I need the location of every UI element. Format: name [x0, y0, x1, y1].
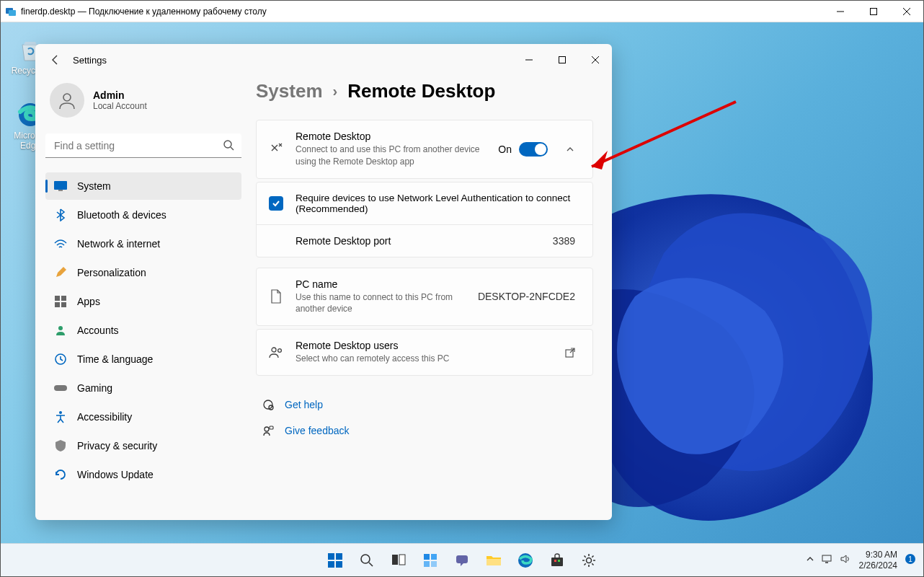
sidebar-item-label: Privacy & security	[77, 440, 157, 452]
time-icon	[54, 353, 67, 366]
network-tray-icon[interactable]	[822, 554, 833, 566]
sidebar-item-label: Personalization	[77, 267, 146, 278]
content-pane: System › Remote Desktop Remote Desktop C…	[252, 76, 612, 520]
settings-maximize-button[interactable]	[546, 48, 579, 71]
sidebar-item-accessibility[interactable]: Accessibility	[45, 403, 241, 431]
search-icon	[223, 139, 234, 154]
svg-rect-44	[431, 561, 437, 567]
shield-icon	[54, 439, 67, 452]
svg-rect-48	[551, 558, 563, 566]
remote-desktop-details: Require devices to use Network Level Aut…	[256, 182, 593, 257]
user-name: Admin	[93, 89, 147, 101]
outer-maximize-button[interactable]	[857, 1, 890, 22]
sidebar-item-accounts[interactable]: Accounts	[45, 317, 241, 344]
svg-line-13	[231, 147, 234, 150]
remote-desktop-card: Remote Desktop Connect to and use this P…	[256, 120, 593, 179]
open-external-icon	[559, 348, 581, 358]
search-input[interactable]	[45, 133, 241, 158]
sidebar-item-privacy[interactable]: Privacy & security	[45, 432, 241, 459]
remote-users-desc: Select who can remotely access this PC	[296, 353, 548, 365]
expand-button[interactable]	[559, 145, 581, 154]
breadcrumb-parent[interactable]: System	[256, 80, 323, 102]
svg-point-25	[278, 348, 282, 352]
svg-rect-46	[487, 559, 501, 565]
sidebar-item-label: Gaming	[77, 382, 112, 394]
svg-rect-40	[399, 555, 405, 565]
sidebar-item-windows-update[interactable]: Windows Update	[45, 461, 241, 488]
settings-taskbar-button[interactable]	[574, 546, 603, 575]
start-button[interactable]	[321, 546, 350, 575]
date-text: 2/26/2024	[859, 560, 897, 571]
svg-text:1: 1	[908, 555, 912, 563]
settings-close-button[interactable]	[579, 48, 612, 71]
taskbar-search-button[interactable]	[352, 546, 381, 575]
svg-rect-42	[431, 554, 437, 560]
notification-badge[interactable]: 1	[905, 553, 916, 567]
svg-point-29	[265, 427, 269, 431]
svg-rect-45	[456, 555, 468, 563]
back-button[interactable]	[44, 48, 67, 71]
users-icon	[268, 346, 284, 359]
svg-rect-35	[328, 561, 334, 568]
desktop: Recycle... Micros... Edge Settings	[1, 22, 923, 576]
edge-taskbar-button[interactable]	[511, 546, 540, 575]
system-icon	[54, 180, 67, 193]
update-icon	[54, 468, 67, 481]
bluetooth-icon	[54, 208, 67, 221]
pc-name-desc: Use this name to connect to this PC from…	[296, 291, 466, 316]
svg-line-38	[369, 563, 373, 566]
sidebar-item-network[interactable]: Network & internet	[45, 230, 241, 257]
apps-icon	[54, 295, 67, 308]
help-icon	[260, 399, 276, 410]
accessibility-icon	[54, 410, 67, 423]
sidebar-item-label: Time & language	[77, 353, 153, 365]
svg-line-31	[592, 102, 736, 167]
volume-tray-icon[interactable]	[840, 554, 852, 566]
sidebar-item-personalization[interactable]: Personalization	[45, 259, 241, 286]
avatar-icon	[50, 83, 84, 118]
breadcrumb-current: Remote Desktop	[347, 80, 495, 102]
sidebar-item-time-language[interactable]: Time & language	[45, 345, 241, 373]
outer-close-button[interactable]	[890, 1, 923, 22]
sidebar-item-label: Bluetooth & devices	[77, 209, 166, 221]
sidebar-item-system[interactable]: System	[45, 172, 241, 200]
chat-button[interactable]	[448, 546, 476, 575]
settings-window: Settings Admin Local Account	[35, 44, 612, 520]
remote-users-card[interactable]: Remote Desktop users Select who can remo…	[256, 329, 593, 376]
sidebar-item-apps[interactable]: Apps	[45, 288, 241, 315]
outer-window-title: finerdp.desktp — Подключение к удаленном…	[21, 6, 824, 17]
svg-point-24	[272, 348, 276, 352]
clock[interactable]: 9:30 AM 2/26/2024	[859, 550, 897, 571]
svg-point-23	[59, 411, 62, 414]
svg-rect-22	[54, 385, 67, 391]
svg-rect-39	[392, 555, 398, 565]
remote-desktop-toggle[interactable]	[519, 142, 548, 157]
store-button[interactable]	[543, 546, 572, 575]
svg-rect-41	[424, 554, 430, 560]
nla-checkbox[interactable]	[269, 196, 283, 211]
toggle-label: On	[498, 144, 512, 155]
pc-name-value: DESKTOP-2NFCDE2	[478, 291, 575, 302]
sidebar-item-bluetooth[interactable]: Bluetooth & devices	[45, 201, 241, 229]
nla-row[interactable]: Require devices to use Network Level Aut…	[257, 182, 592, 224]
svg-point-51	[587, 558, 592, 563]
sidebar-item-gaming[interactable]: Gaming	[45, 374, 241, 402]
gaming-icon	[54, 382, 67, 395]
svg-point-12	[224, 141, 231, 148]
network-icon	[54, 237, 67, 250]
pc-name-title: PC name	[296, 278, 466, 290]
file-explorer-button[interactable]	[479, 546, 508, 575]
svg-rect-3	[871, 8, 877, 14]
outer-minimize-button[interactable]	[824, 1, 857, 22]
remote-desktop-icon	[268, 142, 284, 157]
feedback-icon	[260, 425, 276, 436]
get-help-text: Get help	[285, 399, 323, 410]
give-feedback-link[interactable]: Give feedback	[256, 418, 593, 444]
user-profile[interactable]: Admin Local Account	[45, 76, 241, 133]
settings-minimize-button[interactable]	[512, 48, 546, 71]
document-icon	[268, 289, 284, 304]
get-help-link[interactable]: Get help	[256, 392, 593, 418]
task-view-button[interactable]	[384, 546, 413, 575]
tray-expand-icon[interactable]	[806, 555, 814, 565]
widgets-button[interactable]	[416, 546, 445, 575]
